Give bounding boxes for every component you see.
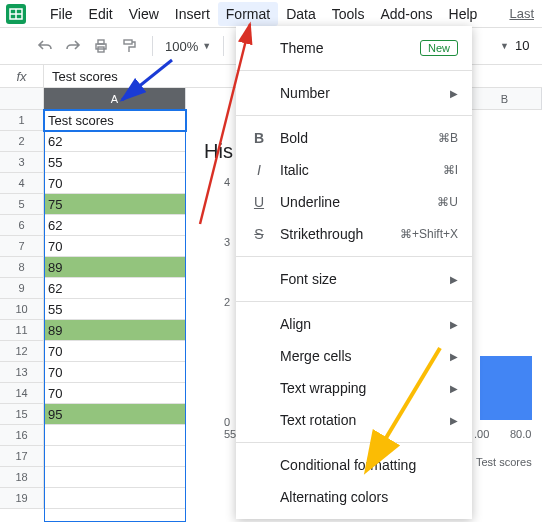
menu-text-wrapping[interactable]: Text wrapping ▶ — [236, 372, 472, 404]
chevron-down-icon: ▼ — [500, 41, 509, 51]
cell-a14[interactable]: 70 — [44, 383, 186, 404]
row-header[interactable]: 2 — [0, 131, 44, 152]
cell-a15[interactable]: 95 — [44, 404, 186, 425]
chevron-right-icon: ▶ — [450, 415, 458, 426]
row-header[interactable]: 18 — [0, 467, 44, 488]
row-header[interactable]: 12 — [0, 341, 44, 362]
cell-a8[interactable]: 89 — [44, 257, 186, 278]
menu-theme[interactable]: Theme New — [236, 32, 472, 64]
menu-text-rotation[interactable]: Text rotation ▶ — [236, 404, 472, 436]
sheets-app-icon[interactable] — [4, 2, 28, 26]
menu-help[interactable]: Help — [441, 2, 486, 26]
menu-rotation-label: Text rotation — [280, 412, 438, 428]
chart-x-tick: 55 — [224, 428, 236, 440]
select-all-corner[interactable] — [0, 88, 44, 110]
cell-a13[interactable]: 70 — [44, 362, 186, 383]
menu-format[interactable]: Format — [218, 2, 278, 26]
cell-a10[interactable]: 55 — [44, 299, 186, 320]
menu-data[interactable]: Data — [278, 2, 324, 26]
row-header[interactable]: 17 — [0, 446, 44, 467]
menu-merge-cells[interactable]: Merge cells ▶ — [236, 340, 472, 372]
cell-a1[interactable]: Test scores — [44, 110, 186, 131]
cell-a17[interactable] — [44, 446, 186, 467]
cell-a16[interactable] — [44, 425, 186, 446]
cell-a11[interactable]: 89 — [44, 320, 186, 341]
row-header[interactable]: 7 — [0, 236, 44, 257]
row-header[interactable]: 9 — [0, 278, 44, 299]
menu-italic-shortcut: ⌘I — [443, 163, 458, 177]
svg-rect-7 — [124, 40, 132, 44]
cell-a5[interactable]: 75 — [44, 194, 186, 215]
cell-a3[interactable]: 55 — [44, 152, 186, 173]
cell-a6[interactable]: 62 — [44, 215, 186, 236]
chart-x-axis-label: Test scores — [476, 456, 532, 468]
cell-a4[interactable]: 70 — [44, 173, 186, 194]
menu-edit[interactable]: Edit — [81, 2, 121, 26]
cell-a12[interactable]: 70 — [44, 341, 186, 362]
menubar: File Edit View Insert Format Data Tools … — [0, 0, 542, 28]
row-header[interactable]: 15 — [0, 404, 44, 425]
row-header[interactable]: 5 — [0, 194, 44, 215]
font-size-select[interactable]: ▼ 10 — [500, 38, 529, 53]
menu-separator — [236, 442, 472, 443]
cell-a19[interactable] — [44, 488, 186, 509]
menu-align[interactable]: Align ▶ — [236, 308, 472, 340]
cell-a7[interactable]: 70 — [44, 236, 186, 257]
underline-icon: U — [250, 194, 268, 210]
column-header-b[interactable]: B — [468, 88, 542, 110]
row-header[interactable]: 14 — [0, 383, 44, 404]
menu-alt-label: Alternating colors — [280, 489, 458, 505]
toolbar-separator — [152, 36, 153, 56]
menu-bold-shortcut: ⌘B — [438, 131, 458, 145]
menu-underline[interactable]: U Underline ⌘U — [236, 186, 472, 218]
menu-file[interactable]: File — [42, 2, 81, 26]
row-header[interactable]: 16 — [0, 425, 44, 446]
strikethrough-icon: S — [250, 226, 268, 242]
zoom-value: 100% — [165, 39, 198, 54]
menu-insert[interactable]: Insert — [167, 2, 218, 26]
menu-number[interactable]: Number ▶ — [236, 77, 472, 109]
menu-tools[interactable]: Tools — [324, 2, 373, 26]
menu-addons[interactable]: Add-ons — [372, 2, 440, 26]
column-header-a[interactable]: A — [44, 88, 186, 110]
row-header[interactable]: 3 — [0, 152, 44, 173]
menu-separator — [236, 115, 472, 116]
row-header[interactable]: 13 — [0, 362, 44, 383]
menu-strikethrough[interactable]: S Strikethrough ⌘+Shift+X — [236, 218, 472, 250]
menu-alternating-colors[interactable]: Alternating colors — [236, 481, 472, 513]
chevron-down-icon: ▼ — [202, 41, 211, 51]
print-icon[interactable] — [90, 35, 112, 57]
row-header[interactable]: 1 — [0, 110, 44, 131]
chevron-right-icon: ▶ — [450, 274, 458, 285]
formula-content[interactable]: Test scores — [44, 69, 118, 84]
row-header[interactable]: 19 — [0, 488, 44, 509]
chart-x-tick: 80.0 — [510, 428, 531, 440]
undo-icon[interactable] — [34, 35, 56, 57]
zoom-select[interactable]: 100% ▼ — [165, 39, 211, 54]
menu-view[interactable]: View — [121, 2, 167, 26]
row-header[interactable]: 6 — [0, 215, 44, 236]
menu-conditional-formatting[interactable]: Conditional formatting — [236, 449, 472, 481]
chart-y-tick: 2 — [224, 296, 230, 308]
menu-strike-label: Strikethrough — [280, 226, 388, 242]
cell-a18[interactable] — [44, 467, 186, 488]
redo-icon[interactable] — [62, 35, 84, 57]
format-dropdown: Theme New Number ▶ B Bold ⌘B I Italic ⌘I… — [236, 26, 472, 519]
last-edit-link[interactable]: Last — [509, 6, 534, 21]
row-header[interactable]: 10 — [0, 299, 44, 320]
row-header[interactable]: 8 — [0, 257, 44, 278]
menu-italic[interactable]: I Italic ⌘I — [236, 154, 472, 186]
menu-cond-label: Conditional formatting — [280, 457, 458, 473]
cell-a9[interactable]: 62 — [44, 278, 186, 299]
row-header[interactable]: 11 — [0, 320, 44, 341]
menu-theme-label: Theme — [280, 40, 408, 56]
menu-bold[interactable]: B Bold ⌘B — [236, 122, 472, 154]
menu-font-size[interactable]: Font size ▶ — [236, 263, 472, 295]
chart-x-tick: .00 — [474, 428, 489, 440]
row-header[interactable]: 4 — [0, 173, 44, 194]
menu-separator — [236, 301, 472, 302]
cell-a2[interactable]: 62 — [44, 131, 186, 152]
menu-italic-label: Italic — [280, 162, 431, 178]
paint-format-icon[interactable] — [118, 35, 140, 57]
menu-underline-label: Underline — [280, 194, 425, 210]
